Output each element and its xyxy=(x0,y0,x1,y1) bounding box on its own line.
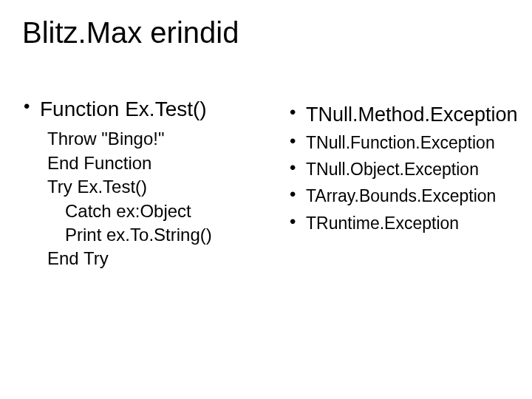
slide-title: Blitz.Max erindid xyxy=(22,16,239,50)
exception-text: TArray.Bounds.Exception xyxy=(306,186,496,205)
code-line: Throw "Bingo!" xyxy=(47,127,288,151)
left-column: Function Ex.Test() Throw "Bingo!" End Fu… xyxy=(22,96,288,274)
exception-item: TArray.Bounds.Exception xyxy=(288,184,517,208)
code-block: Throw "Bingo!" End Function Try Ex.Test(… xyxy=(40,127,288,270)
exception-item: TRuntime.Exception xyxy=(288,211,517,235)
code-line: Catch ex:Object xyxy=(47,200,288,223)
right-heading-item: TNull.Method.Exception xyxy=(288,102,517,128)
code-line: End Function xyxy=(47,151,288,175)
code-line: Try Ex.Test() xyxy=(47,175,288,199)
right-heading-text: TNull.Method.Exception xyxy=(306,103,518,126)
exception-text: TNull.Object.Exception xyxy=(306,160,479,179)
slide-body: Function Ex.Test() Throw "Bingo!" End Fu… xyxy=(22,96,517,274)
code-line: End Try xyxy=(47,247,288,270)
left-heading-text: Function Ex.Test() xyxy=(40,98,207,120)
exception-text: TRuntime.Exception xyxy=(306,214,459,233)
exception-text: TNull.Function.Exception xyxy=(306,133,495,152)
left-heading-item: Function Ex.Test() Throw "Bingo!" End Fu… xyxy=(22,96,288,271)
right-column: TNull.Method.Exception TNull.Function.Ex… xyxy=(288,96,517,274)
slide: Blitz.Max erindid Function Ex.Test() Thr… xyxy=(0,0,532,399)
exception-item: TNull.Function.Exception xyxy=(288,131,517,154)
exception-item: TNull.Object.Exception xyxy=(288,157,517,181)
code-line: Print ex.To.String() xyxy=(47,223,288,247)
